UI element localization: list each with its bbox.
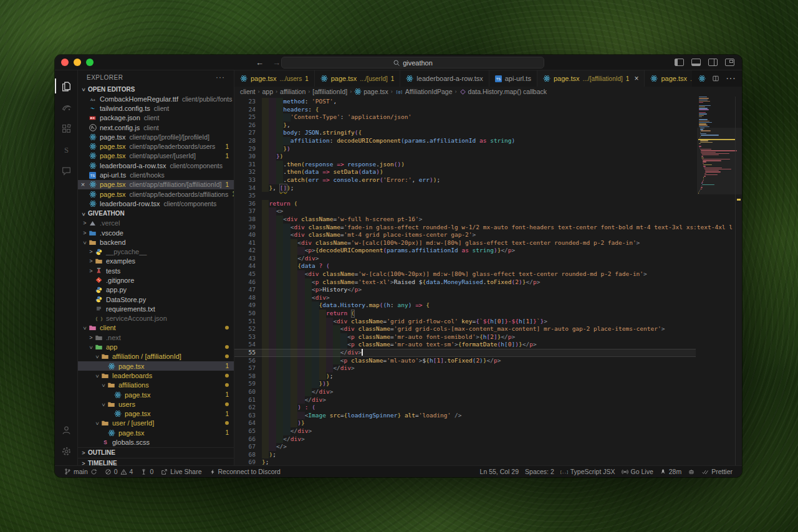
code-line[interactable]: 48<div> bbox=[234, 294, 696, 302]
code-line[interactable]: 46<p className='text-xl'>Raised ${data.M… bbox=[234, 278, 696, 287]
session-timer-item[interactable]: 28m bbox=[656, 466, 685, 477]
code-line[interactable]: 61</div> bbox=[234, 396, 696, 404]
editor-tab[interactable]: page.tsx.../users1 bbox=[234, 70, 315, 87]
tree-item[interactable]: >user / [userId] bbox=[78, 419, 234, 428]
open-editor-item[interactable]: page.tsxclient/app/[profile]/[profileId] bbox=[78, 132, 234, 141]
discord-item[interactable]: Reconnect to Discord bbox=[206, 466, 284, 477]
tree-item[interactable]: >.vercel bbox=[78, 219, 234, 228]
code-line[interactable]: 26}, bbox=[234, 121, 696, 130]
tree-item[interactable]: >app bbox=[78, 342, 234, 351]
explorer-activity-icon[interactable] bbox=[55, 75, 77, 97]
tree-item[interactable]: >users bbox=[78, 399, 234, 409]
close-window-button[interactable] bbox=[61, 59, 69, 66]
gitlens-activity-icon[interactable] bbox=[55, 97, 77, 118]
customize-layout-icon[interactable] bbox=[725, 59, 734, 66]
editor-tab[interactable]: page.tsx.../[userId]1 bbox=[315, 70, 401, 87]
code-line[interactable]: 63<Image src={loadingSpinner} alt='loadi… bbox=[234, 412, 696, 420]
tree-item[interactable]: >.next bbox=[78, 333, 234, 342]
editor-tab[interactable]: TSapi-url.ts bbox=[489, 70, 537, 87]
tree-item[interactable]: >page.tsx1 bbox=[78, 428, 234, 437]
react-preview-icon[interactable] bbox=[698, 75, 706, 82]
tree-item[interactable]: >page.tsx1 bbox=[78, 361, 234, 371]
code-line[interactable]: 45<div className='w-[calc(100%-20px)] md… bbox=[234, 270, 696, 278]
project-root-header[interactable]: > GIVEATHON bbox=[78, 209, 234, 219]
toggle-panel-icon[interactable] bbox=[691, 59, 701, 66]
code-line[interactable]: 47<p>History</p> bbox=[234, 286, 696, 294]
code-line[interactable]: 58); bbox=[234, 373, 696, 381]
tree-item[interactable]: >tests bbox=[78, 266, 234, 275]
tree-item[interactable]: >page.tsx1 bbox=[78, 409, 234, 419]
code-line[interactable]: 49{data.History.map((h: any) => { bbox=[234, 302, 696, 310]
editor-tab[interactable]: page.tsx.../affiliations1 bbox=[645, 70, 692, 87]
ports-item[interactable]: 0 bbox=[137, 466, 156, 477]
tree-item[interactable]: >__pycache__ bbox=[78, 247, 234, 256]
breadcrumb-item[interactable]: app bbox=[262, 88, 274, 95]
formatter-item[interactable]: Prettier bbox=[698, 466, 736, 477]
code-line[interactable]: 37<> bbox=[234, 207, 696, 216]
open-editor-item[interactable]: page.tsxclient/app/leaderboards/affiliat… bbox=[78, 189, 234, 199]
tree-item[interactable]: >backend bbox=[78, 237, 234, 247]
code-line[interactable]: 55</div> bbox=[234, 349, 696, 357]
code-line[interactable]: 44{data ? ( bbox=[234, 262, 696, 270]
code-line[interactable]: 39<div className='fade-in glass-effect r… bbox=[234, 224, 696, 232]
open-editor-item[interactable]: tailwind.config.tsclient bbox=[78, 103, 234, 113]
code-line[interactable]: 69}; bbox=[234, 458, 696, 465]
breadcrumb-item[interactable]: [@]AffiliationIdPage bbox=[395, 88, 453, 95]
open-editor-item[interactable]: package.jsonclient bbox=[78, 113, 234, 123]
code-line[interactable]: 35 bbox=[234, 192, 696, 200]
s-plugin-activity-icon[interactable]: S bbox=[55, 139, 77, 160]
code-line[interactable]: 66</div> bbox=[234, 435, 696, 444]
problems-item[interactable]: 0 4 bbox=[102, 466, 137, 477]
code-line[interactable]: 29}) bbox=[234, 145, 696, 153]
tree-item[interactable]: >affiliation / [affiliationId] bbox=[78, 352, 234, 361]
code-line[interactable]: 23method: 'POST', bbox=[234, 98, 696, 106]
code-line[interactable]: 67</> bbox=[234, 443, 696, 451]
breadcrumb-item[interactable]: data.History.map() callback bbox=[459, 88, 547, 95]
code-line[interactable]: 50return ( bbox=[234, 310, 696, 318]
code-line[interactable]: 25'Content-Type': 'application/json' bbox=[234, 113, 696, 121]
code-line[interactable]: 24headers: { bbox=[234, 106, 696, 114]
overview-ruler[interactable] bbox=[735, 97, 742, 465]
toggle-secondary-sidebar-icon[interactable] bbox=[708, 59, 718, 66]
minimap[interactable] bbox=[698, 97, 736, 465]
go-live-item[interactable]: Go Live bbox=[618, 466, 656, 477]
code-line[interactable]: 36return ( bbox=[234, 200, 696, 208]
tree-item[interactable]: >leaderboards bbox=[78, 371, 234, 380]
open-editor-item[interactable]: TSapi-url.tsclient/hooks bbox=[78, 170, 234, 179]
extensions-activity-icon[interactable] bbox=[55, 118, 77, 139]
tree-item[interactable]: >requirements.txt bbox=[78, 304, 234, 313]
toggle-sidebar-icon[interactable] bbox=[675, 59, 684, 66]
code-line[interactable]: 41<div className='w-[calc(100%-20px)] md… bbox=[234, 239, 696, 247]
git-branch-item[interactable]: main bbox=[61, 466, 100, 477]
code-line[interactable]: 68); bbox=[234, 451, 696, 459]
tree-item[interactable]: >affiliations bbox=[78, 381, 234, 390]
code-line[interactable]: 40<div className='mt-4 grid place-items-… bbox=[234, 231, 696, 239]
tree-item[interactable]: >Sglobals.scss bbox=[78, 437, 234, 447]
cursor-position-item[interactable]: Ln 55, Col 29 bbox=[477, 466, 522, 477]
title-bar[interactable]: ← → giveathon bbox=[55, 55, 742, 70]
code-line[interactable]: 57</div> bbox=[234, 364, 696, 373]
code-line[interactable]: 52<div className='grid grid-cols-[max-co… bbox=[234, 325, 696, 333]
breadcrumb-item[interactable]: page.tsx bbox=[354, 88, 388, 95]
settings-gear-icon[interactable] bbox=[55, 440, 77, 462]
code-line[interactable]: 38<div className='w-full h-screen pt-16'… bbox=[234, 216, 696, 224]
forward-button[interactable]: → bbox=[272, 58, 281, 67]
code-line[interactable]: 51<div className='grid grid-flow-col' ke… bbox=[234, 318, 696, 326]
open-editor-item[interactable]: next.config.jsclient bbox=[78, 123, 234, 132]
more-actions-icon[interactable]: ··· bbox=[726, 73, 736, 84]
close-icon[interactable]: × bbox=[78, 181, 88, 188]
code-line[interactable]: 33.catch(err => console.error('Error:', … bbox=[234, 176, 696, 184]
editor-tab[interactable]: page.tsx.../[affiliationId]1× bbox=[537, 70, 645, 87]
tree-item[interactable]: >DataStore.py bbox=[78, 295, 234, 304]
open-editor-item[interactable]: ×page.tsxclient/app/affiliation/[affilia… bbox=[78, 180, 234, 189]
tree-item[interactable]: >client bbox=[78, 323, 234, 333]
tree-item[interactable]: >.gitignore bbox=[78, 275, 234, 285]
open-editor-item[interactable]: leaderboard-row.tsxclient/components bbox=[78, 199, 234, 208]
code-line[interactable]: 27body: JSON.stringify({ bbox=[234, 129, 696, 137]
breadcrumb-item[interactable]: [affiliationId] bbox=[312, 88, 347, 95]
minimize-window-button[interactable] bbox=[74, 59, 81, 66]
code-line[interactable]: 42<p>{decodeURIComponent(params.affiliat… bbox=[234, 247, 696, 255]
code-line[interactable]: 53<p className='mr-auto font-semibold'>{… bbox=[234, 333, 696, 341]
tree-item[interactable]: >{ }serviceAccount.json bbox=[78, 314, 234, 323]
code-line[interactable]: 60</div> bbox=[234, 388, 696, 396]
